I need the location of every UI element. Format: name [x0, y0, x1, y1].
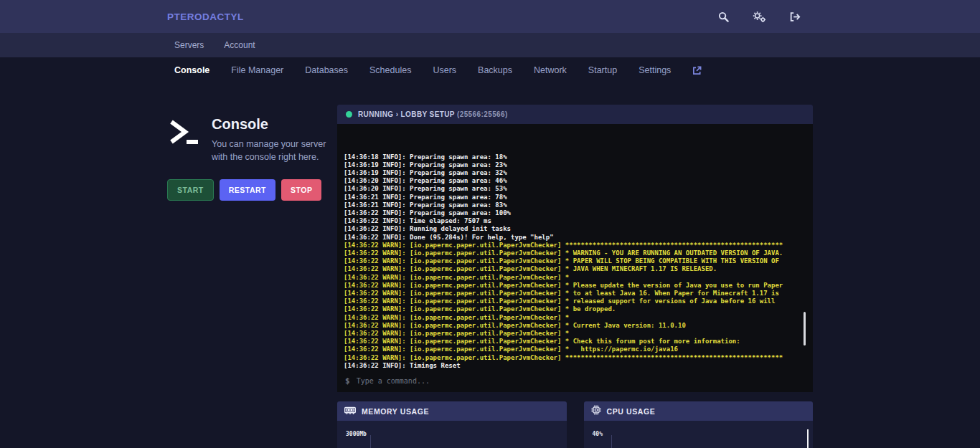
- tab-schedules[interactable]: Schedules: [369, 65, 411, 75]
- console-line: [14:36:21 INFO]: Preparing spawn area: 8…: [344, 201, 806, 209]
- console-line: [14:36:22 WARN]: [io.papermc.paper.util.…: [344, 345, 806, 353]
- memory-usage-chart: 3000Mb: [337, 421, 567, 448]
- console-line: [14:36:22 WARN]: [io.papermc.paper.util.…: [344, 322, 806, 330]
- topbar-icons: [705, 0, 813, 33]
- gears-icon[interactable]: [741, 0, 777, 33]
- memory-axis-label: 3000Mb: [346, 431, 367, 437]
- cpu-chart-cursor: [807, 429, 809, 448]
- sign-out-icon[interactable]: [777, 0, 813, 33]
- console-line: [14:36:22 WARN]: [io.papermc.paper.util.…: [344, 338, 806, 345]
- nav-account[interactable]: Account: [224, 40, 255, 50]
- console-line: [14:36:22 INFO]: Done (95.284s)! For hel…: [344, 234, 806, 242]
- console-line: [14:36:22 WARN]: [io.papermc.paper.util.…: [344, 290, 806, 297]
- memory-axis-line: [370, 435, 371, 448]
- console-line: [14:36:22 INFO]: Preparing spawn area: 1…: [344, 209, 806, 217]
- cpu-usage-title: CPU USAGE: [607, 407, 656, 416]
- cpu-axis-line: [611, 435, 612, 448]
- restart-button[interactable]: RESTART: [220, 179, 275, 201]
- status-separator: ›: [396, 110, 399, 118]
- console-section: RUNNING › LOBBY SETUP (25566:25566) [14:…: [337, 105, 813, 448]
- console-line: [14:36:22 WARN]: [io.papermc.paper.util.…: [344, 249, 806, 257]
- status-text: RUNNING › LOBBY SETUP (25566:25566): [358, 110, 508, 118]
- tab-console[interactable]: Console: [174, 65, 209, 75]
- server-allocation: (25566:25566): [457, 110, 508, 118]
- console-line: [14:36:19 INFO]: Preparing spawn area: 3…: [344, 169, 806, 177]
- cpu-axis-label: 40%: [593, 431, 603, 437]
- command-input[interactable]: [357, 377, 805, 385]
- cpu-usage-header: CPU USAGE: [584, 401, 814, 421]
- brand-link[interactable]: PTERODACTYL: [167, 11, 244, 22]
- memory-usage-title: MEMORY USAGE: [362, 407, 429, 416]
- console-line: [14:36:22 WARN]: [io.papermc.paper.util.…: [344, 282, 806, 290]
- server-tabbar: Console File Manager Databases Schedules…: [0, 57, 980, 83]
- server-status-bar: RUNNING › LOBBY SETUP (25566:25566): [337, 105, 813, 124]
- nav-servers[interactable]: Servers: [174, 40, 204, 50]
- page-title: Console: [212, 116, 329, 133]
- top-navbar: PTERODACTYL: [0, 0, 980, 33]
- console-line: [14:36:22 WARN]: [io.papermc.paper.util.…: [344, 330, 806, 338]
- start-button[interactable]: START: [167, 179, 214, 201]
- tab-file-manager[interactable]: File Manager: [231, 65, 283, 75]
- console-line: [14:36:22 WARN]: [io.papermc.paper.util.…: [344, 274, 806, 282]
- console-line: [14:36:22 WARN]: [io.papermc.paper.util.…: [344, 257, 806, 265]
- stats-row: MEMORY USAGE 3000Mb: [337, 401, 813, 448]
- console-line: [14:36:22 INFO]: Timings Reset: [344, 362, 806, 370]
- main-content: Console You can manage your server with …: [0, 83, 980, 448]
- console-line: [14:36:18 INFO]: Preparing spawn area: 1…: [344, 153, 806, 161]
- console-line: [14:36:19 INFO]: Preparing spawn area: 2…: [344, 161, 806, 169]
- memory-icon: [344, 405, 356, 418]
- terminal-icon: [167, 116, 200, 163]
- status-state: RUNNING: [358, 110, 393, 118]
- memory-usage-header: MEMORY USAGE: [337, 401, 567, 421]
- console-line: [14:36:21 INFO]: Preparing spawn area: 7…: [344, 194, 806, 201]
- cpu-usage-panel: CPU USAGE 40%: [584, 401, 814, 448]
- console-line: [14:36:22 WARN]: [io.papermc.paper.util.…: [344, 354, 806, 362]
- page-description: You can manage your server with the cons…: [212, 138, 329, 163]
- console-line: [14:36:22 WARN]: [io.papermc.paper.util.…: [344, 265, 806, 273]
- console-line: [14:36:22 WARN]: [io.papermc.paper.util.…: [344, 305, 806, 313]
- power-buttons: START RESTART STOP: [167, 179, 329, 201]
- console-line: [14:36:22 WARN]: [io.papermc.paper.util.…: [344, 242, 806, 249]
- tab-users[interactable]: Users: [433, 65, 456, 75]
- cpu-usage-chart: 40%: [584, 421, 814, 448]
- console-line: [14:36:22 INFO]: Time elapsed: 7507 ms: [344, 217, 806, 225]
- tab-databases[interactable]: Databases: [305, 65, 348, 75]
- command-row: $: [337, 370, 813, 392]
- console-line: [14:36:22 WARN]: [io.papermc.paper.util.…: [344, 314, 806, 322]
- search-icon[interactable]: [705, 0, 741, 33]
- stop-button[interactable]: STOP: [281, 179, 321, 201]
- command-prompt: $: [345, 376, 350, 386]
- console-output[interactable]: [14:36:18 INFO]: Preparing spawn area: 1…: [337, 124, 813, 370]
- console-scrollbar[interactable]: [804, 312, 806, 345]
- tab-backups[interactable]: Backups: [478, 65, 512, 75]
- console-intro: Console You can manage your server with …: [167, 105, 329, 448]
- console-line: [14:36:20 INFO]: Preparing spawn area: 5…: [344, 185, 806, 193]
- tab-network[interactable]: Network: [534, 65, 567, 75]
- external-link-icon[interactable]: [692, 66, 702, 75]
- server-name: LOBBY SETUP: [401, 110, 455, 118]
- console-line: [14:36:22 WARN]: [io.papermc.paper.util.…: [344, 297, 806, 305]
- tab-settings[interactable]: Settings: [639, 65, 671, 75]
- status-dot: [346, 111, 352, 118]
- section-navbar: Servers Account: [0, 33, 980, 57]
- console-line: [14:36:22 INFO]: Running delayed init ta…: [344, 225, 806, 233]
- cpu-icon: [591, 405, 601, 418]
- memory-usage-panel: MEMORY USAGE 3000Mb: [337, 401, 567, 448]
- tab-startup[interactable]: Startup: [588, 65, 617, 75]
- console-line: [14:36:20 INFO]: Preparing spawn area: 4…: [344, 177, 806, 185]
